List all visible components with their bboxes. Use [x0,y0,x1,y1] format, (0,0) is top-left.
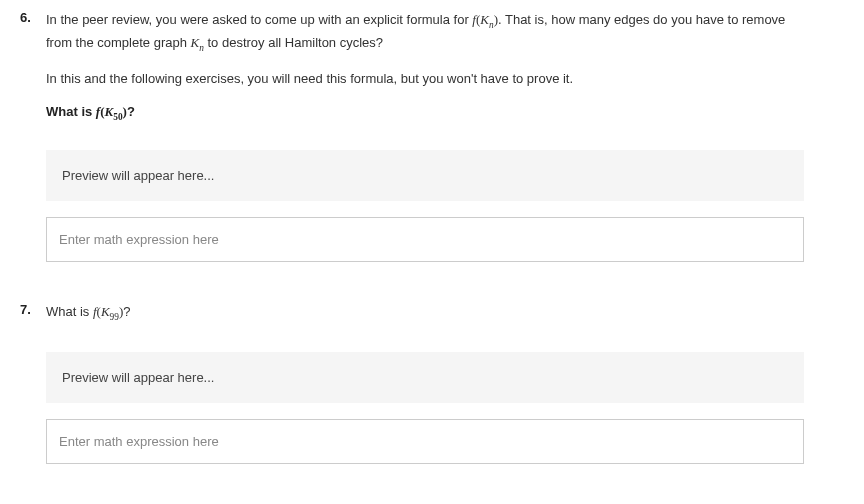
preview-box: Preview will appear here... [46,150,804,201]
math-sub-n: n [489,20,494,30]
question-text: In the peer review, you were asked to co… [46,10,804,55]
question-6: 6. In the peer review, you were asked to… [20,10,804,262]
math-K: K [101,304,110,319]
math-K: K [191,35,200,50]
prompt-post: ? [127,104,135,119]
question-subtext: In this and the following exercises, you… [46,69,804,90]
question-number: 7. [20,302,46,465]
question-7: 7. What is f(K99)? Preview will appear h… [20,302,804,465]
question-number: 6. [20,10,46,262]
prompt-pre: What is [46,104,96,119]
math-sub-99: 99 [110,312,119,322]
math-sub-50: 50 [113,112,122,122]
prompt-pre: What is [46,304,93,319]
math-expression-input[interactable] [46,217,804,262]
text-fragment: In the peer review, you were asked to co… [46,12,472,27]
preview-box: Preview will appear here... [46,352,804,403]
math-sub-n: n [199,43,204,53]
math-K: K [480,12,489,27]
question-prompt: What is f(K99)? [46,302,804,325]
question-body: What is f(K99)? Preview will appear here… [46,302,804,465]
math-expression-input[interactable] [46,419,804,464]
question-body: In the peer review, you were asked to co… [46,10,804,262]
question-prompt: What is f(K50)? [46,104,804,122]
prompt-post: ? [123,304,130,319]
text-fragment: to destroy all Hamilton cycles? [204,35,383,50]
math-K: K [105,104,114,119]
